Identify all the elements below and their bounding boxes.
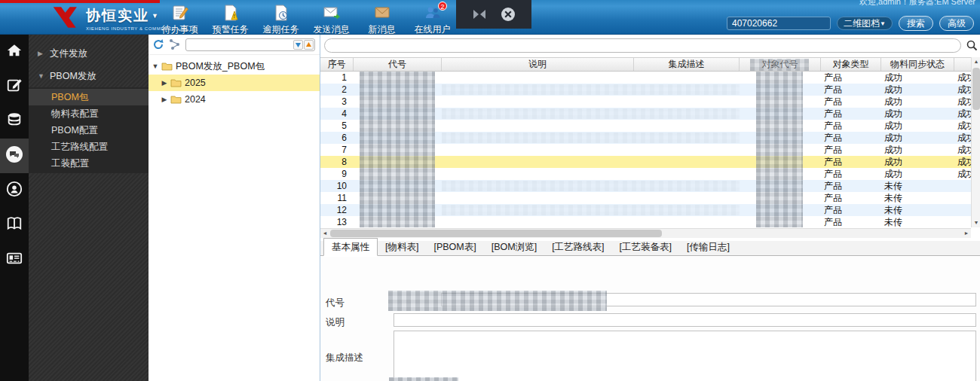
refresh-icon[interactable] xyxy=(152,38,164,50)
cell-material-sync: 未传 xyxy=(881,192,954,204)
tab-BOM浏览[interactable]: [BOM浏览] xyxy=(484,239,544,255)
toolbar-item-待办事项[interactable]: 待办事项 xyxy=(155,2,205,36)
close-icon[interactable] xyxy=(501,7,516,22)
cell-material-sync: 成功 xyxy=(881,120,954,132)
table-row[interactable]: 3产品成功成功 xyxy=(320,96,971,108)
collapse-icon[interactable] xyxy=(472,7,487,22)
rail-item-book[interactable] xyxy=(0,208,29,242)
structure-icon[interactable] xyxy=(169,38,181,50)
horizontal-scrollbar[interactable]: ◄ ► xyxy=(320,228,971,238)
menu-item-工装配置[interactable]: 工装配置 xyxy=(29,155,149,172)
tab-PBOM表[interactable]: [PBOM表] xyxy=(426,239,483,255)
cell-code-redacted xyxy=(360,192,435,204)
toolbar-item-新消息[interactable]: 新消息 xyxy=(357,2,407,36)
cell-object-code xyxy=(740,96,821,108)
vertical-scrollbar[interactable]: ▲ ▼ xyxy=(971,57,980,227)
object-code-redacted-value xyxy=(389,377,458,381)
search-category-dropdown[interactable]: 二维图档 ▼ xyxy=(837,17,893,30)
tree-node-root[interactable]: ▼PBOM发放_PBOM包 xyxy=(149,58,320,75)
tree-node-label: 2024 xyxy=(185,94,206,105)
column-header-对象类型[interactable]: 对象类型 xyxy=(821,58,881,71)
search-button[interactable]: 搜索 xyxy=(899,16,933,31)
search-icon[interactable] xyxy=(966,40,978,54)
main-panel: 序号代号说明集成描述对象代号对象类型物料同步状态1产品成功成功2产品成功成功3产… xyxy=(320,35,980,381)
cell-desc xyxy=(442,132,634,144)
scroll-up-icon[interactable]: ▲ xyxy=(972,57,980,66)
table-row[interactable]: 13产品未传 xyxy=(320,216,971,227)
table-row[interactable]: 4产品成功成功 xyxy=(320,108,971,120)
nav-menu: ▶文件发放▼PBOM发放PBOM包物料表配置PBOM配置工艺路线配置工装配置 xyxy=(29,35,149,381)
column-header-物料同步状态[interactable]: 物料同步状态 xyxy=(881,58,954,71)
tree-caret-collapsed-icon[interactable]: ▶ xyxy=(161,79,168,87)
tree-filter-input[interactable] xyxy=(188,39,293,50)
vertical-scroll-thumb[interactable] xyxy=(972,68,980,110)
cell-object-code xyxy=(740,144,821,156)
integration-textarea[interactable] xyxy=(394,331,976,381)
column-header-hidden[interactable] xyxy=(954,58,971,71)
cell-object-type: 产品 xyxy=(821,180,881,192)
tab-传输日志[interactable]: [传输日志] xyxy=(679,239,737,255)
tree-caret-collapsed-icon[interactable]: ▶ xyxy=(161,96,168,103)
cell-code xyxy=(354,216,442,227)
tree-caret-expanded-icon[interactable]: ▼ xyxy=(152,62,159,70)
cell-desc xyxy=(442,168,634,180)
table-row[interactable]: 9产品成功成功 xyxy=(320,168,971,180)
tree-node-2024[interactable]: ▶2024 xyxy=(149,91,320,108)
cell-object-code-redacted xyxy=(756,84,803,96)
table-row[interactable]: 12产品未传 xyxy=(320,204,971,216)
menu-item-物料表配置[interactable]: 物料表配置 xyxy=(29,105,149,122)
chevron-collapsed-icon: ▶ xyxy=(38,50,50,57)
column-header-对象代号[interactable]: 对象代号 xyxy=(740,58,821,71)
toolbar-item-发送消息[interactable]: 发送消息 xyxy=(306,2,357,36)
cell-material-sync: 未传 xyxy=(881,204,954,216)
scroll-right-icon[interactable]: ► xyxy=(962,229,971,238)
table-row[interactable]: 8产品成功成功 xyxy=(320,156,971,168)
book-icon xyxy=(6,215,23,235)
rail-item-id-card[interactable] xyxy=(0,242,29,277)
find-next-button[interactable] xyxy=(293,40,303,50)
rail-item-support[interactable] xyxy=(0,173,29,208)
toolbar-item-预警任务[interactable]: !预警任务 xyxy=(205,2,256,36)
table-row[interactable]: 5产品成功成功 xyxy=(320,120,971,132)
column-header-序号[interactable]: 序号 xyxy=(320,58,354,71)
table-row[interactable]: 2产品成功成功 xyxy=(320,84,971,96)
advanced-button[interactable]: 高级 xyxy=(939,16,974,31)
find-prev-button[interactable] xyxy=(304,40,314,50)
horizontal-scroll-thumb[interactable] xyxy=(330,230,662,237)
menu-item-工艺路线配置[interactable]: 工艺路线配置 xyxy=(29,139,149,155)
cell-object-code xyxy=(740,72,821,84)
tab-物料表[interactable]: [物料表] xyxy=(378,239,426,255)
menu-item-PBOM包[interactable]: PBOM包 xyxy=(29,89,149,105)
rail-item-chat[interactable] xyxy=(0,139,29,173)
tree-node-2025[interactable]: ▶2025 xyxy=(149,75,320,91)
menu-item-PBOM配置[interactable]: PBOM配置 xyxy=(29,122,149,139)
menu-submenu: PBOM包物料表配置PBOM配置工艺路线配置工装配置 xyxy=(29,87,149,173)
cell-material-sync: 成功 xyxy=(881,156,954,168)
column-header-集成描述[interactable]: 集成描述 xyxy=(634,58,740,71)
tab-工艺装备表[interactable]: [工艺装备表] xyxy=(612,239,679,255)
table-row[interactable]: 6产品成功成功 xyxy=(320,132,971,144)
cell-bom-sync xyxy=(954,204,971,216)
table-row[interactable]: 10产品未传 xyxy=(320,180,971,192)
header-search-input[interactable] xyxy=(727,17,831,30)
toolbar-item-逾期任务[interactable]: 逾期任务 xyxy=(256,2,306,36)
tab-基本属性[interactable]: 基本属性 xyxy=(323,238,378,256)
cell-code-redacted xyxy=(360,96,435,108)
scroll-left-icon[interactable]: ◄ xyxy=(320,229,329,238)
menu-group-文件发放[interactable]: ▶文件发放 xyxy=(29,42,149,65)
cell-object-code-redacted xyxy=(756,156,803,168)
table-filter-input[interactable] xyxy=(324,38,961,53)
table-row[interactable]: 1产品成功成功 xyxy=(320,72,971,84)
rail-item-edit[interactable] xyxy=(0,69,29,104)
tab-工艺路线表[interactable]: [工艺路线表] xyxy=(544,239,611,255)
toolbar-item-在线用户[interactable]: 在线用户2 xyxy=(407,2,458,36)
rail-item-database[interactable] xyxy=(0,104,29,139)
scroll-down-icon[interactable]: ▼ xyxy=(972,218,980,227)
column-header-说明[interactable]: 说明 xyxy=(442,58,634,71)
column-header-代号[interactable]: 代号 xyxy=(354,58,442,71)
desc-field[interactable] xyxy=(394,313,976,327)
table-row[interactable]: 11产品未传 xyxy=(320,192,971,204)
rail-item-home[interactable] xyxy=(0,35,29,69)
menu-group-PBOM发放[interactable]: ▼PBOM发放 xyxy=(29,65,149,87)
table-row[interactable]: 7产品成功成功 xyxy=(320,144,971,156)
